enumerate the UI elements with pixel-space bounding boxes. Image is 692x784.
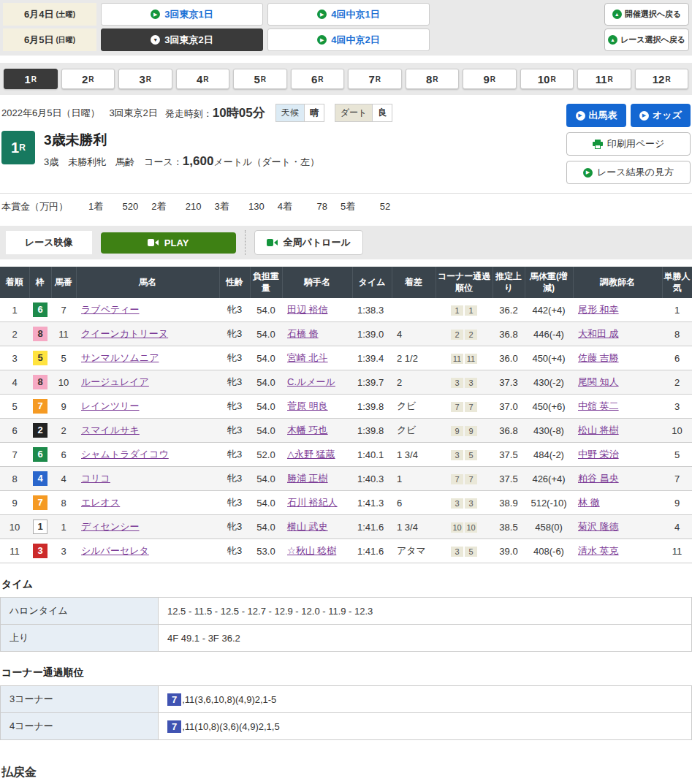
corner-position: 5 <box>465 547 477 557</box>
back-to-race-select-button[interactable]: ▲ レース選択へ戻る <box>604 28 689 51</box>
tab-2r[interactable]: 2R <box>61 69 115 89</box>
finish-time: 1:40.3 <box>352 467 392 491</box>
tab-5r[interactable]: 5R <box>233 69 287 89</box>
horse-number: 1 <box>51 515 76 539</box>
trainer-link[interactable]: 中舘 英二 <box>578 400 619 411</box>
last-3f-time: 37.5 <box>493 443 525 467</box>
sex-age: 牝3 <box>219 515 250 539</box>
results-guide-button[interactable]: ▶ レース結果の見方 <box>566 161 691 184</box>
horse-weight: 430(-2) <box>525 370 573 395</box>
meeting-button-chukyo2[interactable]: ▶ 4回中京2日 <box>267 28 430 51</box>
horse-name-link[interactable]: クイーンカトリーヌ <box>81 328 168 339</box>
trainer-link[interactable]: 中野 栄治 <box>578 449 619 460</box>
tab-4r[interactable]: 4R <box>176 69 230 89</box>
corner-position: 9 <box>465 426 477 436</box>
tab-10r[interactable]: 10R <box>520 69 574 89</box>
trainer-link[interactable]: 菊沢 隆徳 <box>578 521 619 532</box>
tab-12r[interactable]: 12R <box>635 69 689 89</box>
print-label: 印刷用ページ <box>607 137 665 151</box>
jockey-link[interactable]: 勝浦 正樹 <box>287 473 328 484</box>
horse-weight: 512(-10) <box>525 491 573 515</box>
horse-name-link[interactable]: シャムトラダイコウ <box>81 449 169 460</box>
patrol-video-button[interactable]: 全周パトロール <box>254 230 363 255</box>
tab-1r[interactable]: 1R <box>4 69 58 89</box>
jockey-link[interactable]: ☆秋山 稔樹 <box>287 545 336 556</box>
trainer-link[interactable]: 林 徹 <box>578 497 600 508</box>
jockey-link[interactable]: 菅原 明良 <box>287 400 328 411</box>
horse-name-cell: サンマルソムニア <box>76 346 219 370</box>
prize-amount: 210 <box>166 201 201 212</box>
jockey-link[interactable]: C.ルメール <box>287 376 335 387</box>
trainer-link[interactable]: 佐藤 吉勝 <box>578 352 619 363</box>
horse-name-link[interactable]: ディセンシー <box>81 521 140 532</box>
jockey-link[interactable]: 宮崎 北斗 <box>287 352 328 363</box>
horse-weight: 430(-8) <box>525 419 573 443</box>
finish-time: 1:41.6 <box>352 515 392 539</box>
tab-8r[interactable]: 8R <box>406 69 460 89</box>
finish-position: 8 <box>0 467 29 491</box>
trainer-link[interactable]: 尾関 知人 <box>578 376 619 387</box>
print-page-button[interactable]: 印刷用ページ <box>566 132 691 156</box>
horse-name-link[interactable]: レインツリー <box>81 400 140 411</box>
trainer-link[interactable]: 大和田 成 <box>578 328 619 339</box>
trainer-link[interactable]: 清水 英克 <box>578 545 619 556</box>
horse-name-link[interactable]: シルバーセレタ <box>81 545 149 556</box>
jockey-link[interactable]: 木幡 巧也 <box>287 425 328 435</box>
win-popularity: 10 <box>662 419 692 443</box>
time-section-title: タイム <box>1 578 691 591</box>
meeting-button-tokyo1[interactable]: ▶ 3回東京1日 <box>101 3 263 26</box>
jockey-link[interactable]: 石橋 脩 <box>287 328 319 339</box>
horse-name-link[interactable]: ラブペティー <box>81 304 140 315</box>
win-popularity: 5 <box>662 443 692 467</box>
horse-name-link[interactable]: ルージュレイア <box>81 376 149 387</box>
race-video-label[interactable]: レース映像 <box>6 231 92 254</box>
corner-order-cell: 35 <box>436 443 493 467</box>
course-distance: 1,600 <box>183 154 214 168</box>
jockey-cell: C.ルメール <box>282 370 352 395</box>
back-to-meeting-select-button[interactable]: ▲ 開催選択へ戻る <box>604 3 689 26</box>
sex-age: 牝3 <box>219 491 250 515</box>
tab-9r[interactable]: 9R <box>463 69 517 89</box>
margin: 2 1/2 <box>392 346 436 370</box>
finish-position: 7 <box>0 443 29 467</box>
horse-weight: 450(+6) <box>525 395 573 419</box>
odds-button[interactable]: ▶ オッズ <box>631 104 691 127</box>
meeting-button-tokyo2-selected[interactable]: ▼ 3回東京2日 <box>101 28 263 51</box>
jockey-cell: 木幡 巧也 <box>282 419 352 443</box>
horse-weight: 408(-6) <box>525 539 573 563</box>
trainer-cell: 清水 英克 <box>573 539 662 563</box>
waku-badge: 8 <box>33 327 47 341</box>
horse-number: 3 <box>51 539 76 563</box>
waku-cell: 4 <box>29 467 51 491</box>
tab-number: 11 <box>596 73 607 85</box>
jockey-link[interactable]: 田辺 裕信 <box>287 304 328 315</box>
trainer-link[interactable]: 松山 将樹 <box>578 425 619 435</box>
jockey-link[interactable]: △永野 猛蔵 <box>287 449 335 460</box>
race-date: 2022年6月5日（日曜） 3回東京2日 <box>1 107 158 120</box>
waku-badge: 5 <box>33 351 47 365</box>
arrow-down-icon: ▼ <box>151 35 160 45</box>
finish-position: 5 <box>0 395 29 419</box>
play-button[interactable]: PLAY <box>101 232 236 254</box>
column-header: 負担重量 <box>250 267 282 298</box>
margin: 1 3/4 <box>392 443 436 467</box>
jockey-link[interactable]: 石川 裕紀人 <box>287 497 338 508</box>
corner-position: 7 <box>465 402 477 412</box>
prize-list: 1着5202着2103着1304着785着52 <box>75 200 390 213</box>
horse-name-link[interactable]: サンマルソムニア <box>81 352 159 363</box>
horse-weight: 426(+4) <box>525 467 573 491</box>
horse-name-link[interactable]: エレオス <box>81 497 120 508</box>
tab-11r[interactable]: 11R <box>577 69 631 89</box>
horse-name-link[interactable]: コリコ <box>81 473 110 484</box>
tab-6r[interactable]: 6R <box>291 69 345 89</box>
jockey-link[interactable]: 横山 武史 <box>287 521 328 532</box>
tab-3r[interactable]: 3R <box>118 69 172 89</box>
trainer-link[interactable]: 尾形 和幸 <box>578 304 619 315</box>
horse-name-link[interactable]: スマイルサキ <box>81 425 140 435</box>
shutsuba-button[interactable]: ▶ 出馬表 <box>566 104 626 127</box>
meeting-button-chukyo1[interactable]: ▶ 4回中京1日 <box>267 3 430 26</box>
corner-order-cell: 77 <box>436 395 493 419</box>
tab-7r[interactable]: 7R <box>348 69 402 89</box>
page-title: 3歳未勝利 <box>44 131 319 150</box>
trainer-link[interactable]: 粕谷 昌央 <box>578 473 619 484</box>
